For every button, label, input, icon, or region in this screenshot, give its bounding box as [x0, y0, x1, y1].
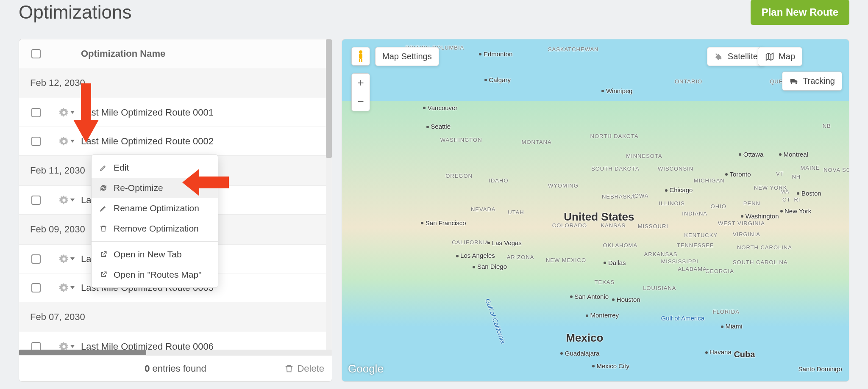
- ctx-item-rename-optimization[interactable]: Rename Optimization: [92, 198, 218, 218]
- map-city-dot: [780, 210, 783, 212]
- ctx-item-label: Open in "Routes Map": [114, 270, 202, 280]
- tracking-button[interactable]: Tracking: [782, 72, 842, 91]
- optimization-row[interactable]: Last Mile Optimized Route 0002: [19, 127, 332, 156]
- ctx-item-open-in-new-tab[interactable]: Open in New Tab: [92, 244, 218, 265]
- vertical-scrollbar[interactable]: [326, 39, 332, 350]
- map-city-dot: [721, 326, 723, 328]
- map-label: Mexico City: [596, 362, 629, 370]
- gear-icon: [59, 342, 69, 350]
- map-label: UTAH: [508, 209, 524, 215]
- map-label: TENNESSEE: [677, 242, 714, 248]
- column-header-name: Optimization Name: [81, 48, 332, 59]
- optimization-name: Last Mile Optimized Route 0002: [81, 136, 214, 146]
- map-label: IOWA: [632, 193, 648, 199]
- map-city-dot: [725, 173, 728, 176]
- map-label: LOUISIANA: [643, 285, 676, 291]
- delete-button[interactable]: Delete: [284, 363, 324, 374]
- pegman-icon: [356, 50, 365, 63]
- map-label: TEXAS: [595, 279, 615, 285]
- map-label: NORTH DAKOTA: [590, 133, 639, 139]
- map-label: San Antonio: [574, 293, 609, 300]
- row-checkbox[interactable]: [31, 137, 41, 146]
- row-actions-button[interactable]: [59, 196, 75, 205]
- zoom-in-button[interactable]: +: [352, 74, 370, 92]
- ctx-item-remove-optimization[interactable]: Remove Optimization: [92, 218, 218, 239]
- map-label: Calgary: [489, 76, 511, 83]
- open-icon: [99, 270, 108, 279]
- map-label: MA: [780, 188, 790, 195]
- trash-icon: [284, 364, 294, 373]
- map-city-dot: [586, 315, 588, 317]
- map-label: MINNESOTA: [626, 153, 662, 159]
- map-label: New York: [785, 207, 811, 215]
- row-actions-button[interactable]: [59, 137, 75, 146]
- map-label: Gulf of America: [661, 315, 704, 322]
- ctx-item-label: Re-Optimize: [114, 183, 163, 193]
- page-title: Optimizations: [19, 2, 132, 23]
- ctx-item-label: Edit: [114, 163, 129, 173]
- map-label: MISSISSIPPI: [661, 258, 698, 265]
- streetview-pegman[interactable]: [351, 47, 370, 66]
- map-label: Dallas: [608, 259, 626, 266]
- svg-rect-4: [359, 59, 360, 62]
- map-label: Havana: [709, 348, 732, 356]
- map-label: SASKATCHEWAN: [548, 46, 599, 52]
- row-actions-button[interactable]: [59, 283, 75, 292]
- row-checkbox[interactable]: [31, 108, 41, 117]
- map-city-dot: [604, 262, 606, 264]
- optimization-row[interactable]: Last Mile Optimized Route 0001: [19, 98, 332, 127]
- gear-icon: [59, 108, 69, 117]
- date-group-header: Feb 07, 2030: [19, 302, 332, 332]
- map-city-dot: [739, 153, 741, 156]
- map-city-dot: [423, 107, 426, 109]
- map-label: OREGON: [445, 173, 473, 179]
- map-label: Las Vegas: [492, 239, 522, 246]
- ctx-item-open-in-routes-map-[interactable]: Open in "Routes Map": [92, 265, 218, 285]
- map-settings-button[interactable]: Map Settings: [375, 47, 439, 66]
- plan-new-route-button[interactable]: Plan New Route: [751, 0, 849, 25]
- map-settings-label: Map Settings: [382, 52, 432, 61]
- map-label: Guadalajara: [565, 350, 600, 357]
- optimization-row[interactable]: Last Mile Optimized Route 0006: [19, 332, 332, 350]
- row-actions-button[interactable]: [59, 108, 75, 117]
- refresh-icon: [99, 184, 108, 192]
- row-checkbox[interactable]: [31, 196, 41, 205]
- map-panel[interactable]: BRITISH COLUMBIASASKATCHEWANEdmontonONTA…: [342, 39, 849, 382]
- map-city-dot: [741, 215, 743, 218]
- satellite-toggle[interactable]: Satellite: [707, 47, 765, 66]
- map-label: NORTH CAROLINA: [737, 244, 792, 251]
- horizontal-scrollbar[interactable]: [19, 350, 332, 356]
- satellite-icon: [714, 52, 723, 61]
- map-city-dot: [487, 242, 490, 244]
- map-label: Seattle: [431, 123, 451, 130]
- map-city-dot: [705, 351, 708, 354]
- google-logo: Google: [348, 362, 384, 375]
- map-label: MAINE: [800, 165, 820, 171]
- map-city-dot: [779, 153, 782, 156]
- map-city-dot: [601, 90, 604, 92]
- map-label: PENN: [743, 200, 760, 207]
- map-label: Santo Domingo: [798, 365, 842, 372]
- map-label: Toronto: [729, 171, 751, 178]
- caret-down-icon: [70, 345, 75, 348]
- map-type-label: Map: [779, 52, 795, 61]
- map-city-dot: [797, 192, 799, 195]
- zoom-out-button[interactable]: −: [352, 92, 370, 111]
- gear-icon: [59, 196, 69, 205]
- gear-icon: [59, 254, 69, 264]
- row-checkbox[interactable]: [31, 342, 41, 350]
- row-checkbox[interactable]: [31, 283, 41, 292]
- map-label: NEW MEXICO: [546, 257, 586, 263]
- map-label: ALABAMA: [678, 266, 707, 272]
- map-label: MICHIGAN: [694, 177, 725, 184]
- optimization-name: Last Mile Optimized Route 0006: [81, 341, 214, 350]
- map-label: NEBRASKA: [602, 193, 635, 200]
- row-checkbox[interactable]: [31, 254, 41, 264]
- row-actions-button[interactable]: [59, 342, 75, 350]
- map-label: WISCONSIN: [658, 166, 693, 172]
- map-type-toggle[interactable]: Map: [758, 47, 802, 66]
- map-label: CALIFORNIA: [452, 239, 489, 246]
- row-actions-button[interactable]: [59, 254, 75, 264]
- select-all-checkbox[interactable]: [31, 49, 41, 58]
- map-label: OHIO: [711, 203, 726, 210]
